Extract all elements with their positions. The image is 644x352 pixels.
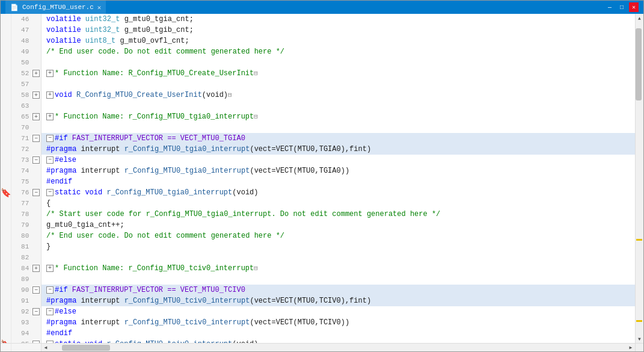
token-kw-prep: #pragma bbox=[46, 165, 81, 176]
marker-row bbox=[1, 133, 11, 144]
line-row: 71− bbox=[11, 133, 41, 144]
line-number: 58 bbox=[11, 91, 32, 99]
token-kw-prep: #else bbox=[55, 155, 76, 165]
line-row: 79 bbox=[11, 220, 41, 230]
scroll-thumb[interactable] bbox=[636, 28, 642, 100]
token-normal: (void) bbox=[232, 187, 258, 198]
line-row: 77 bbox=[11, 198, 41, 209]
token-normal: (vect=VECT(MTU0,TGIA0)) bbox=[250, 165, 349, 176]
line-row: 84+ bbox=[11, 263, 41, 274]
token-normal: interrupt bbox=[81, 295, 124, 306]
token-normal: (vect=VECT(MTU0,TGIA0),fint) bbox=[250, 144, 371, 155]
collapse-fold-button[interactable]: − bbox=[32, 135, 40, 142]
token-kw-prep: #pragma bbox=[46, 144, 81, 155]
code-line: #pragma interrupt r_Config_MTU0_tciv0_in… bbox=[41, 295, 635, 306]
h-scroll-thumb[interactable] bbox=[62, 345, 110, 351]
token-kw: static bbox=[55, 187, 85, 198]
vertical-scrollbar[interactable]: ▲ ▼ bbox=[635, 14, 643, 343]
line-number: 81 bbox=[11, 243, 32, 250]
horizontal-scrollbar[interactable]: ◀ ▶ bbox=[41, 343, 635, 351]
token-kw: void bbox=[55, 90, 76, 100]
inline-expand-button[interactable]: + bbox=[46, 91, 54, 99]
line-number: 77 bbox=[11, 200, 32, 207]
marker-row bbox=[1, 263, 11, 274]
marker-row bbox=[1, 209, 11, 220]
inline-expand-button[interactable]: + bbox=[46, 113, 54, 120]
token-normal: g_mtu0_ovfl_cnt; bbox=[120, 36, 189, 46]
token-normal: g_mtu0_tgib_cnt; bbox=[124, 25, 194, 36]
tab-close-button[interactable]: ✕ bbox=[97, 4, 102, 11]
token-normal: (void) bbox=[232, 339, 258, 343]
collapse-fold-button[interactable]: − bbox=[32, 308, 40, 315]
close-button[interactable]: ✕ bbox=[629, 2, 639, 12]
inline-collapse-button[interactable]: − bbox=[46, 308, 54, 315]
collapse-fold-button[interactable]: − bbox=[32, 156, 40, 164]
marker-row bbox=[1, 111, 11, 122]
code-line: − static void r_Config_MTU0_tgia0_interr… bbox=[41, 187, 635, 198]
marker-row bbox=[1, 274, 11, 285]
marker-row bbox=[1, 241, 11, 252]
collapse-indicator[interactable]: ⊟ bbox=[254, 68, 258, 79]
line-number: 84 bbox=[11, 265, 32, 272]
scroll-down-arrow[interactable]: ▼ bbox=[636, 335, 644, 343]
code-line bbox=[41, 57, 635, 68]
inline-collapse-button[interactable]: − bbox=[46, 341, 54, 343]
token-comment: /* End user code. Do not edit comment ge… bbox=[46, 46, 284, 57]
token-kw-prep: #else bbox=[55, 306, 76, 317]
line-row: 95− bbox=[11, 339, 41, 343]
line-number: 49 bbox=[11, 48, 32, 55]
marker-row bbox=[1, 198, 11, 209]
token-comment: * Function Name: R_Config_MTU0_Create_Us… bbox=[55, 68, 254, 79]
minimize-button[interactable]: — bbox=[605, 2, 615, 12]
marker-row bbox=[1, 100, 11, 111]
marker-row bbox=[1, 25, 11, 36]
line-number: 91 bbox=[11, 297, 32, 304]
line-number: 50 bbox=[11, 59, 32, 66]
editor-tab[interactable]: 📄 Config_MTU0_user.c ✕ bbox=[5, 1, 106, 14]
tab-label: Config_MTU0_user.c bbox=[22, 4, 94, 11]
code-line bbox=[41, 122, 635, 133]
inline-collapse-button[interactable]: − bbox=[46, 286, 54, 294]
inline-expand-button[interactable]: + bbox=[46, 70, 54, 77]
line-number: 89 bbox=[11, 276, 32, 283]
collapse-indicator[interactable]: ⊟ bbox=[254, 111, 258, 122]
token-normal: (vect=VECT(MTU0,TCIV0),fint) bbox=[250, 295, 371, 306]
line-row: 49 bbox=[11, 46, 41, 57]
collapse-fold-button[interactable]: − bbox=[32, 189, 40, 196]
token-type: uint32_t bbox=[85, 14, 124, 25]
collapse-fold-button[interactable]: − bbox=[32, 286, 40, 294]
inline-collapse-button[interactable]: − bbox=[46, 189, 54, 196]
scroll-right-arrow[interactable]: ▶ bbox=[627, 344, 635, 352]
line-number: 82 bbox=[11, 254, 32, 261]
line-number: 80 bbox=[11, 232, 32, 239]
line-number: 94 bbox=[11, 330, 32, 337]
token-kw: volatile bbox=[46, 25, 85, 36]
token-func-name: r_Config_MTU0_tciv0_interrupt bbox=[124, 317, 250, 328]
inline-expand-button[interactable]: + bbox=[46, 265, 54, 272]
collapse-indicator[interactable]: ⊟ bbox=[254, 263, 258, 274]
collapse-indicator[interactable]: ⊟ bbox=[228, 90, 232, 100]
line-number: 72 bbox=[11, 146, 32, 153]
code-line: /* End user code. Do not edit comment ge… bbox=[41, 46, 635, 57]
marker-row bbox=[1, 306, 11, 317]
line-row: 63 bbox=[11, 100, 41, 111]
inline-collapse-button[interactable]: − bbox=[46, 135, 54, 142]
line-number: 90 bbox=[11, 286, 32, 294]
code-line: + * Function Name: R_Config_MTU0_Create_… bbox=[41, 68, 635, 79]
marker-gutter: 🔖🔖 bbox=[1, 14, 11, 343]
expand-fold-button[interactable]: + bbox=[32, 265, 40, 272]
expand-fold-button[interactable]: + bbox=[32, 113, 40, 120]
code-line: volatile uint8_t g_mtu0_ovfl_cnt; bbox=[41, 36, 635, 46]
inline-collapse-button[interactable]: − bbox=[46, 156, 54, 164]
code-line: #pragma interrupt r_Config_MTU0_tgia0_in… bbox=[41, 144, 635, 155]
code-editor[interactable]: volatile uint32_t g_mtu0_tgia_cnt; volat… bbox=[41, 14, 635, 343]
token-kw-prep: #if bbox=[55, 285, 72, 295]
token-kw-prep: #if bbox=[55, 133, 72, 144]
scroll-left-arrow[interactable]: ◀ bbox=[41, 344, 50, 352]
token-normal: interrupt bbox=[81, 317, 124, 328]
expand-fold-button[interactable]: + bbox=[32, 91, 40, 99]
maximize-button[interactable]: □ bbox=[617, 2, 627, 12]
expand-fold-button[interactable]: + bbox=[32, 70, 40, 77]
line-row: 52+ bbox=[11, 68, 41, 79]
scroll-up-arrow[interactable]: ▲ bbox=[636, 14, 644, 22]
